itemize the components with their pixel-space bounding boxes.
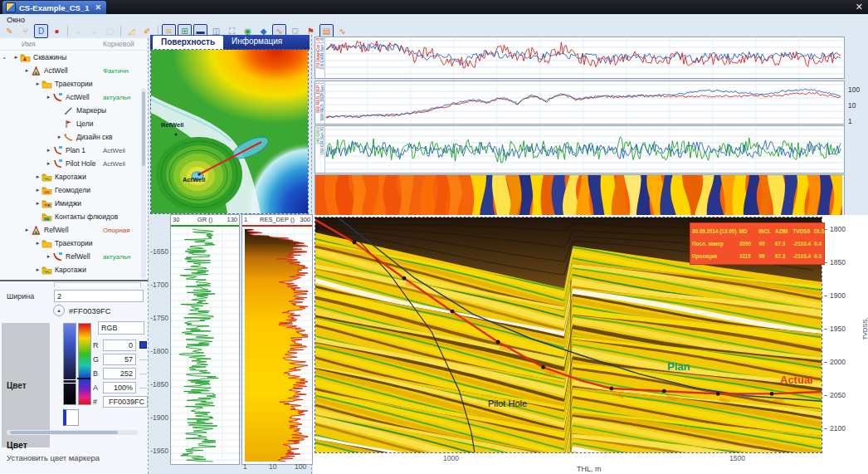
expander-icon[interactable]: ▸: [45, 147, 52, 154]
expander-icon[interactable]: ▸: [12, 54, 20, 61]
depth-track-header: 1RES_DEP ()300: [242, 215, 312, 225]
tree-item-refwell[interactable]: ▸RefWellОпорная: [0, 223, 148, 237]
tree-item-маркеры[interactable]: Маркеры: [0, 104, 148, 117]
tooltip-cell: MD: [739, 228, 759, 234]
tvd-tick-label: 1950: [830, 325, 846, 333]
field-input[interactable]: 0: [103, 340, 136, 351]
tvd-tick-mark: [824, 428, 827, 429]
record-icon[interactable]: ●: [50, 24, 64, 38]
tab-information[interactable]: Информация: [223, 35, 290, 50]
color-fields: R0—G57—B252—A100%—#FF0039FC—: [93, 338, 149, 408]
expander-icon[interactable]: ▸: [23, 227, 31, 233]
field-slider[interactable]: —: [139, 355, 147, 364]
hue-marker[interactable]: [77, 378, 90, 379]
tab-surface[interactable]: Поверхность: [153, 36, 223, 50]
log-track-track_res[interactable]: 500 RES_DEP 1500 RES_DEP,Syn 1: [315, 81, 845, 125]
color-row-label: Цвет: [2, 381, 27, 390]
field-slider[interactable]: —: [139, 369, 147, 378]
window-close-icon[interactable]: ✕: [856, 2, 863, 12]
color-mode-select[interactable]: RGB: [98, 321, 144, 335]
tree-item-label: Скважины: [33, 53, 66, 61]
tree-item-annotation: актуальн: [103, 253, 130, 261]
tab-close-icon[interactable]: ✕: [95, 3, 101, 12]
tree-item-скважины[interactable]: •▸Скважины: [0, 51, 148, 64]
color-field-A: A100%—: [93, 380, 149, 394]
splitter[interactable]: [0, 280, 148, 281]
route-up-icon[interactable]: ⌄: [87, 24, 101, 38]
depth-tick-label: -1900: [149, 413, 168, 422]
props-horizontal-scrollbar[interactable]: [7, 430, 138, 435]
tree-item-actwell[interactable]: ▸ActWellФактичн: [0, 64, 148, 77]
tree-item-каротажи[interactable]: ▸Каротажи: [0, 263, 148, 276]
log-track-track_ewr[interactable]: 2.6 DownCur 1.82.6 EWR,Syn 1.8: [315, 37, 845, 79]
expander-icon[interactable]: ▸: [45, 253, 52, 260]
picker-marker[interactable]: [62, 379, 77, 384]
field-input[interactable]: 252: [103, 368, 136, 379]
field-input[interactable]: 100%: [103, 382, 136, 393]
hue-bar[interactable]: [78, 323, 91, 405]
tooltip-cell: 30.09.2014 (13:00): [692, 228, 739, 234]
toolbar-separator: [67, 26, 68, 37]
field-slider[interactable]: —: [139, 384, 147, 392]
route-down-icon[interactable]: ⌄: [71, 24, 85, 38]
pan-icon[interactable]: ✎: [2, 24, 17, 38]
log-track-spectral[interactable]: [315, 174, 845, 216]
tree-scrollbar[interactable]: [141, 88, 146, 279]
expander-icon[interactable]: ▸: [34, 200, 41, 207]
track-scale-labels: 140 GR 0150 GR,Syn 70: [315, 126, 325, 173]
tree-item-plan-1[interactable]: ▸Plan 1ActWell: [0, 144, 148, 157]
tree-item-геомодели[interactable]: ▸Геомодели: [0, 183, 148, 197]
tree-item-label: Траектории: [55, 80, 92, 88]
expander-icon[interactable]: ▸: [23, 67, 31, 74]
depth-tick-label: -1800: [149, 347, 168, 355]
tvd-tick-mark: [824, 296, 827, 296]
tree-item-дизайн-скв[interactable]: ▸Дизайн скв: [0, 130, 148, 144]
expander-icon[interactable]: ▸: [45, 94, 52, 100]
wells-icon: [20, 52, 32, 63]
track-scale-labels: 500 RES_DEP 1500 RES_DEP,Syn 1: [315, 81, 325, 124]
depth-track-gr_depth[interactable]: 30GR ()130: [170, 214, 240, 465]
actwell-map-label: ActWell: [183, 176, 205, 183]
expander-icon[interactable]: ▸: [45, 160, 52, 167]
field-input[interactable]: 57: [103, 354, 136, 365]
width-input[interactable]: 2: [54, 290, 144, 302]
tree-item-pilot-hole[interactable]: ▸Pilot HoleActWell: [0, 157, 148, 170]
tooltip-cell: Проекция: [692, 253, 739, 259]
expander-icon[interactable]: ▸: [34, 240, 41, 247]
document-tab[interactable]: CS-Example_CS_1 ✕: [2, 1, 106, 14]
collapse-toggle-icon[interactable]: ▴: [53, 305, 65, 316]
domain-icon[interactable]: D: [34, 24, 48, 38]
tree-item-цели[interactable]: Цели: [0, 117, 148, 130]
log-track-track_gr[interactable]: 140 GR 0150 GR,Syn 70: [315, 125, 845, 173]
expander-icon[interactable]: ▸: [34, 81, 41, 87]
tree-item-траектории[interactable]: ▸Траектории: [0, 237, 148, 250]
expander-icon[interactable]: ▸: [56, 134, 63, 140]
branch-icon[interactable]: ⑂: [18, 24, 32, 38]
field-label: G: [93, 355, 100, 364]
ruler-icon[interactable]: ◿: [124, 24, 139, 38]
tree-item-каротажи[interactable]: ▸Каротажи: [0, 170, 148, 183]
res-scale-tick: 1: [848, 117, 852, 125]
tooltip-data-row: Посл. замер30909067.3-2103.40.4: [692, 237, 822, 250]
menu-window[interactable]: Окно: [7, 15, 25, 24]
tree-item-контакты-флюидов[interactable]: Контакты флюидов: [0, 210, 148, 223]
app-window: { "window": {"tab_title":"CS-Example_CS_…: [0, 0, 868, 474]
tree-item-refwell[interactable]: ▸RefWellактуальн: [0, 250, 148, 263]
color-picker-gradient[interactable]: [63, 323, 76, 405]
tvd-tick-mark: [824, 229, 827, 230]
expander-icon[interactable]: ▸: [34, 173, 41, 180]
surface-map-canvas[interactable]: RefWell ActWell: [151, 50, 308, 213]
surface-map-panel: Поверхность Информация: [150, 35, 310, 214]
field-input[interactable]: FF0039FC: [103, 396, 148, 408]
expander-icon[interactable]: ▸: [34, 187, 41, 193]
tree-item-имиджи[interactable]: ▸Имиджи: [0, 197, 148, 210]
tree-item-траектории[interactable]: ▸Траектории: [0, 77, 148, 90]
tooltip-data-row: Проекция31159067.3-2103.40.3: [692, 250, 822, 262]
frame-icon[interactable]: ▢: [103, 24, 117, 38]
tree-item-actwell[interactable]: ▸ActWellактуальн: [0, 90, 148, 104]
expander-icon[interactable]: ▸: [34, 266, 41, 273]
document-tab-label: CS-Example_CS_1: [19, 3, 89, 12]
props-footer-description: Установить цвет маркера: [7, 453, 100, 462]
cross-section-canvas[interactable]: 140016001800200022002400260028003000 30.…: [315, 217, 822, 452]
depth-track-res_depth[interactable]: 1RES_DEP ()300: [241, 214, 313, 465]
